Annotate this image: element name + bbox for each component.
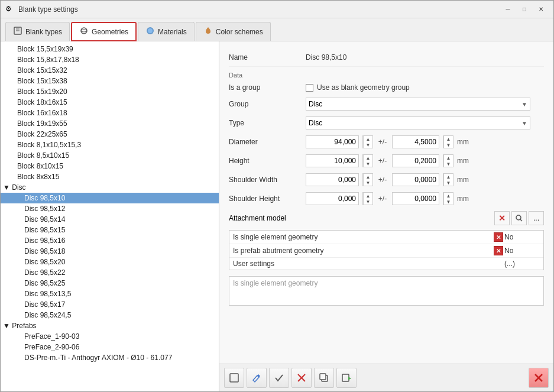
list-item[interactable]: Block 15x15x38 [1, 76, 219, 86]
data-section-label: Data [229, 72, 544, 79]
cancel-button[interactable] [529, 368, 549, 388]
is-a-group-checkbox[interactable] [306, 84, 313, 92]
height-tol-down-button[interactable]: ▼ [443, 161, 453, 167]
shoulder-height-up-button[interactable]: ▲ [363, 193, 372, 199]
list-item[interactable]: Disc 98,5x25 [1, 278, 219, 289]
tree-group-disc[interactable]: ▼ Disc [1, 182, 219, 193]
svg-line-8 [520, 219, 522, 221]
geometry-table: Is single element geometry ✕ No Is prefa… [229, 230, 544, 270]
diameter-tolerance-spinner: ▲ ▼ [443, 135, 453, 148]
list-item[interactable]: Block 15x15x32 [1, 65, 219, 76]
tab-blank-types[interactable]: Blank types [5, 22, 70, 41]
diameter-tol-down-button[interactable]: ▼ [443, 142, 453, 148]
diameter-up-button[interactable]: ▲ [363, 136, 372, 142]
list-item[interactable]: Disc 98,5x20 [1, 257, 219, 267]
description-box: Is single element geometry [229, 276, 544, 306]
shoulder-width-field-group: 0,000 ▲ ▼ +/- 0,0000 ▲ ▼ [306, 173, 544, 186]
minimize-button[interactable]: ─ [500, 4, 516, 15]
height-down-button[interactable]: ▼ [363, 161, 372, 167]
tab-color-schemes[interactable]: Color schemes [196, 22, 271, 41]
list-item[interactable]: Disc 98,5x17 [1, 299, 219, 310]
shoulder-height-pm-label: +/- [377, 195, 388, 203]
sh-tol-down-button[interactable]: ▼ [443, 199, 453, 205]
confirm-button[interactable] [269, 368, 289, 388]
new-button[interactable] [224, 368, 244, 388]
list-item[interactable]: Disc 98,5x18 [1, 246, 219, 257]
shoulder-width-down-button[interactable]: ▼ [363, 180, 372, 186]
type-dropdown[interactable]: Disc ▼ [306, 116, 530, 129]
list-item[interactable]: DS-Pre-m.-Ti - Anthogyr AXIOM - Ø10 - 61… [1, 352, 219, 363]
diameter-label: Diameter [229, 138, 306, 146]
height-tolerance-input[interactable]: 0,2000 [392, 154, 439, 167]
geometries-icon [79, 26, 89, 37]
svg-marker-15 [348, 377, 351, 380]
close-button[interactable]: ✕ [533, 4, 549, 15]
is-a-group-checkbox-group: Use as blank geometry group [306, 83, 410, 92]
list-item[interactable]: Block 19x19x55 [1, 118, 219, 129]
height-up-button[interactable]: ▲ [363, 155, 372, 161]
list-item[interactable]: Disc 98,5x24,5 [1, 310, 219, 320]
list-item[interactable]: Disc 98,5x12 [1, 203, 219, 214]
list-item[interactable]: Block 15,5x19x39 [1, 44, 219, 54]
tab-materials[interactable]: Materials [138, 22, 195, 41]
list-item[interactable]: Block 8x10x15 [1, 161, 219, 171]
attachment-model-row: Attachment model ✕ ... [229, 211, 544, 225]
list-item[interactable]: Disc 98,5x15 [1, 225, 219, 235]
tree-group-prefabs[interactable]: ▼ Prefabs [1, 320, 219, 331]
list-item[interactable]: Block 15x19x20 [1, 86, 219, 97]
list-item[interactable]: PreFace_1-90-03 [1, 331, 219, 342]
list-item[interactable]: Block 15,8x17,8x18 [1, 54, 219, 65]
list-item[interactable]: Disc 98,5x13,5 [1, 289, 219, 299]
x-icon: ✕ [494, 232, 503, 242]
export-button[interactable] [336, 368, 357, 388]
list-item[interactable]: Disc 98,5x22 [1, 267, 219, 278]
window-controls: ─ □ ✕ [500, 4, 549, 15]
height-input[interactable]: 10,000 [306, 154, 359, 167]
geo-col1-2: Is prefab abutment geometry [233, 247, 493, 255]
sw-tol-up-button[interactable]: ▲ [443, 174, 453, 180]
geo-col3-2: No [504, 247, 540, 255]
sh-tol-up-button[interactable]: ▲ [443, 193, 453, 199]
list-item[interactable]: Disc 98,5x14 [1, 214, 219, 225]
list-item[interactable]: Block 8x8x15 [1, 171, 219, 182]
diameter-tolerance-input[interactable]: 4,5000 [392, 135, 439, 148]
list-item[interactable]: Disc 98,5x16 [1, 235, 219, 246]
svg-rect-14 [342, 374, 349, 381]
diameter-input[interactable]: 94,000 [306, 135, 359, 148]
list-item[interactable]: PreFace_2-90-06 [1, 342, 219, 352]
shoulder-width-input[interactable]: 0,000 [306, 173, 359, 186]
is-a-group-row: Is a group Use as blank geometry group [229, 83, 544, 92]
height-tol-up-button[interactable]: ▲ [443, 155, 453, 161]
list-item[interactable]: Block 8,1x10,5x15,3 [1, 140, 219, 150]
height-unit: mm [457, 157, 472, 165]
geo-col2-2: ✕ [493, 246, 504, 255]
tab-geometries[interactable]: Geometries [71, 22, 137, 41]
group-label: Group [229, 100, 306, 108]
diameter-field-group: 94,000 ▲ ▼ +/- 4,5000 ▲ ▼ [306, 135, 544, 148]
list-item-disc-98-5x10[interactable]: Disc 98,5x10 [1, 193, 219, 203]
shoulder-width-tolerance-input[interactable]: 0,0000 [392, 173, 439, 186]
list-item[interactable]: Block 16x16x18 [1, 108, 219, 118]
shoulder-height-tolerance-input[interactable]: 0,0000 [392, 192, 439, 205]
attachment-delete-button[interactable]: ✕ [494, 211, 510, 225]
name-value: Disc 98,5x10 [306, 53, 346, 61]
group-dropdown[interactable]: Disc ▼ [306, 98, 530, 111]
copy-button[interactable] [314, 368, 334, 388]
maximize-button[interactable]: □ [517, 4, 532, 15]
shoulder-height-down-button[interactable]: ▼ [363, 199, 372, 205]
attachment-more-button[interactable]: ... [529, 211, 544, 225]
shoulder-height-input[interactable]: 0,000 [306, 192, 359, 205]
diameter-tol-up-button[interactable]: ▲ [443, 136, 453, 142]
attachment-search-button[interactable] [511, 211, 527, 225]
diameter-down-button[interactable]: ▼ [363, 142, 372, 148]
list-item[interactable]: Block 22x25x65 [1, 129, 219, 140]
geo-col2-1: ✕ [493, 232, 504, 242]
list-item[interactable]: Block 18x16x15 [1, 97, 219, 108]
shoulder-width-up-button[interactable]: ▲ [363, 174, 372, 180]
bottom-toolbar [219, 364, 553, 391]
list-item[interactable]: Block 8,5x10x15 [1, 150, 219, 161]
edit-button[interactable] [247, 368, 267, 388]
delete-button[interactable] [291, 368, 312, 388]
sw-tol-down-button[interactable]: ▼ [443, 180, 453, 186]
svg-point-3 [81, 28, 87, 34]
